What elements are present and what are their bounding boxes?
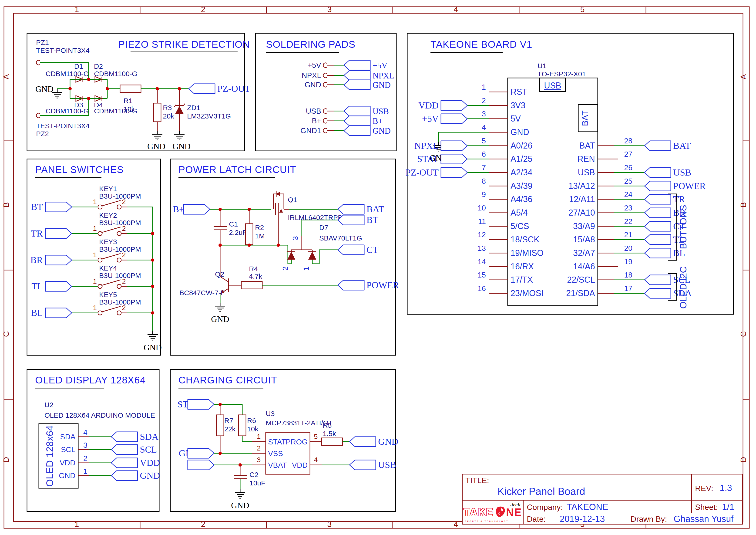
resistor-r7[interactable] xyxy=(216,415,224,436)
pad-pin[interactable] xyxy=(323,73,327,78)
ic-u1-value: TO-ESP32-X01 xyxy=(537,70,586,78)
resistor-r4[interactable] xyxy=(241,281,262,289)
switch-key3[interactable] xyxy=(98,254,121,262)
net-flag-ct[interactable] xyxy=(338,245,364,255)
net-flag-stat[interactable] xyxy=(441,154,467,164)
u1-pin-number: 2 xyxy=(482,97,486,105)
net-flag[interactable] xyxy=(344,106,370,116)
frame-col-label: 2 xyxy=(201,5,205,14)
u1-pin-name: 22/SCL xyxy=(567,275,595,285)
resistor-r3[interactable] xyxy=(153,103,161,122)
resistor-r6-ref: R6 xyxy=(247,417,256,424)
switch-key4[interactable] xyxy=(98,280,121,289)
dual-diode-d7-ref: D7 xyxy=(319,224,328,231)
net-flag-bt[interactable] xyxy=(338,215,364,225)
net-flag-sda[interactable] xyxy=(111,432,138,442)
resistor-r2[interactable] xyxy=(246,224,253,245)
net-flag-bl[interactable] xyxy=(45,308,72,318)
u3-pin-name: PROG xyxy=(286,438,308,446)
zener-diode-zd1[interactable] xyxy=(174,103,185,114)
net-flag-usb[interactable] xyxy=(349,460,376,470)
pad-pin-label: B+ xyxy=(312,117,321,125)
switch-key1[interactable] xyxy=(98,200,121,209)
pad-pin[interactable] xyxy=(323,109,327,113)
switch-key2[interactable] xyxy=(98,227,121,236)
net-flag-bl[interactable] xyxy=(645,248,671,258)
u3-pin-number: 4 xyxy=(314,456,318,464)
net-flag-pz-out[interactable] xyxy=(189,84,215,94)
frame-col-label: 1 xyxy=(75,5,79,14)
resistor-r5[interactable] xyxy=(322,438,342,445)
net-flag[interactable] xyxy=(344,60,370,70)
net-flag-power[interactable] xyxy=(645,181,671,191)
net-flag-ct[interactable] xyxy=(645,221,671,231)
net-flag-tr[interactable] xyxy=(645,194,671,204)
mosfet-q1[interactable] xyxy=(273,191,284,215)
net-flag-usb[interactable] xyxy=(645,168,671,178)
logo-ne-text: NE xyxy=(506,506,522,519)
testpoint-pz1-pin[interactable] xyxy=(36,60,40,65)
testpoint-pz2-pin[interactable] xyxy=(36,113,40,118)
resistor-r1-value: 10k xyxy=(123,105,135,113)
oled-pin-number: 2 xyxy=(83,454,88,463)
pad-pin[interactable] xyxy=(323,128,327,133)
net-flag-bat[interactable] xyxy=(645,141,671,151)
net-flag-label: +5V xyxy=(372,61,388,70)
diode-d3-value: CDBM1100-G xyxy=(46,107,89,115)
title-block: TITLE: Kicker Panel Board REV: 1.3 TAKE … xyxy=(462,474,743,524)
capacitor-c2[interactable] xyxy=(234,475,247,479)
net-flag-5v[interactable] xyxy=(441,114,467,124)
net-flag-vdd[interactable] xyxy=(111,458,138,468)
net-flag-label: BT xyxy=(366,215,378,225)
capacitor-c1[interactable] xyxy=(214,227,227,230)
net-flag-bt[interactable] xyxy=(45,202,72,212)
ground-label: GND xyxy=(211,315,229,324)
resistor-r1[interactable] xyxy=(120,85,141,93)
net-flag[interactable] xyxy=(344,80,370,90)
frame-col-label: 5 xyxy=(580,5,585,14)
u1-pin-name: BAT xyxy=(580,141,595,151)
pad-pin[interactable] xyxy=(323,82,327,87)
u3-pin-name: VSS xyxy=(268,449,283,458)
usb-connector-label: USB xyxy=(544,81,561,90)
net-flag-gnd[interactable] xyxy=(188,448,214,458)
net-flag-br[interactable] xyxy=(645,208,671,218)
net-flag-power[interactable] xyxy=(338,280,364,290)
u1-pin-number: 19 xyxy=(624,258,633,266)
net-flag[interactable] xyxy=(344,70,370,80)
net-flag-bplus[interactable] xyxy=(188,460,214,470)
d7-pin-number: 3 xyxy=(291,236,299,240)
pad-pin[interactable] xyxy=(323,119,327,123)
pad-pin[interactable] xyxy=(323,63,327,68)
net-flag-tl[interactable] xyxy=(45,281,72,291)
switch-key5[interactable] xyxy=(98,306,121,315)
net-flag[interactable] xyxy=(344,116,370,126)
net-flag[interactable] xyxy=(344,126,370,135)
net-flag-label: GND xyxy=(140,470,160,481)
ground-icon xyxy=(235,489,245,498)
block-panel-switches: PANEL SWITCHES GND BT 1 2 KEY1 B3U-1000P… xyxy=(27,159,161,355)
net-flag-label: TR xyxy=(673,194,685,204)
net-flag-gnd[interactable] xyxy=(111,471,138,481)
block-title: POWER LATCH CIRCUIT xyxy=(178,164,296,175)
net-flag-scl[interactable] xyxy=(111,445,138,454)
net-flag-label: GND xyxy=(372,80,391,90)
net-flag-stat[interactable] xyxy=(188,400,214,409)
net-flag-vdd[interactable] xyxy=(441,100,467,110)
net-flag-bat[interactable] xyxy=(338,204,364,214)
net-flag-gnd[interactable] xyxy=(349,437,376,446)
net-flag-tr[interactable] xyxy=(45,229,72,239)
net-flag-npxl[interactable] xyxy=(441,141,467,151)
net-flag-br[interactable] xyxy=(45,255,72,265)
net-flag-sda[interactable] xyxy=(645,289,671,298)
u1-pin-name: A1/25 xyxy=(510,154,532,164)
resistor-r5-ref: R5 xyxy=(323,421,332,429)
net-flag-pz-out[interactable] xyxy=(441,168,467,178)
pad-pin-label: NPXL xyxy=(302,71,321,80)
resistor-r6[interactable] xyxy=(238,415,246,436)
net-flag-bplus[interactable] xyxy=(184,204,210,214)
net-flag-scl[interactable] xyxy=(645,275,671,285)
block-title: PIEZO STRIKE DETECTION xyxy=(118,39,250,50)
net-flag-tl[interactable] xyxy=(645,235,671,244)
module-u2-value: OLED 128X64 ARDUINO MODULE xyxy=(44,411,155,419)
